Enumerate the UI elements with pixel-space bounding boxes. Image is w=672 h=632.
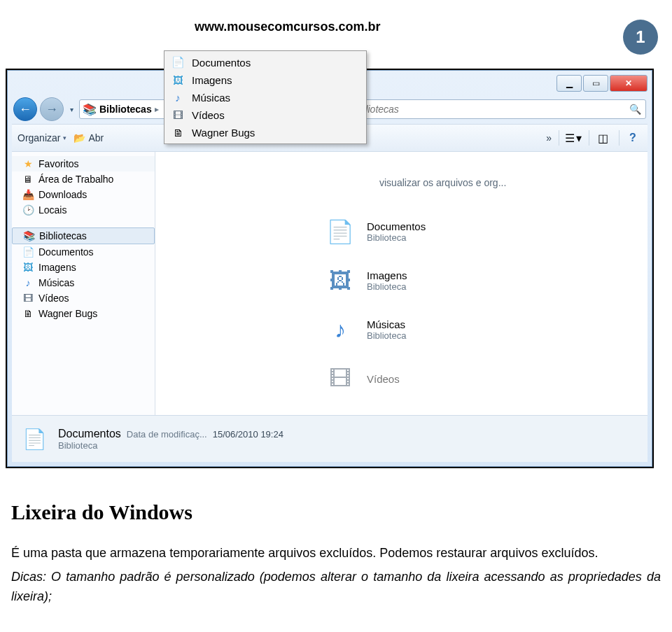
organize-button[interactable]: Organizar▾	[18, 132, 66, 143]
video-icon: 🎞	[22, 293, 34, 304]
main-content: visualizar os arquivos e org... 📄 Docume…	[155, 152, 648, 415]
sidebar-item-desktop[interactable]: 🖥 Área de Trabalho	[12, 171, 155, 187]
sidebar-libraries-header[interactable]: 📚 Bibliotecas	[12, 227, 155, 244]
details-item-type: Biblioteca	[58, 440, 284, 451]
details-modified-value: 15/06/2010 19:24	[213, 429, 284, 440]
sidebar-item-videos[interactable]: 🎞 Vídeos	[12, 290, 155, 306]
folder-hint-text: visualizar os arquivos e org...	[379, 177, 506, 188]
library-icon: 🗎	[171, 127, 185, 139]
dropdown-item-videos[interactable]: 🎞 Vídeos	[167, 106, 364, 124]
navigation-pane: ★ Favoritos 🖥 Área de Trabalho 📥 Downloa…	[12, 152, 155, 415]
sidebar-item-downloads[interactable]: 📥 Downloads	[12, 187, 155, 202]
close-button[interactable]: ✕	[610, 75, 648, 92]
document-icon: 📄	[322, 213, 358, 250]
library-item-images[interactable]: 🖼 Imagens Biblioteca	[322, 262, 642, 299]
dropdown-item-images[interactable]: 🖼 Imagens	[167, 71, 364, 89]
library-item-music[interactable]: ♪ Músicas Biblioteca	[322, 311, 642, 348]
music-icon: ♪	[171, 92, 185, 104]
libraries-icon: 📚	[22, 230, 35, 241]
article-paragraph-1: É uma pasta que armazena temporariamente…	[11, 544, 661, 563]
library-icon: 🗎	[22, 308, 34, 319]
sidebar-item-music[interactable]: ♪ Músicas	[12, 275, 155, 290]
sidebar-item-documents[interactable]: 📄 Documentos	[12, 244, 155, 260]
recent-icon: 🕑	[22, 204, 34, 216]
downloads-icon: 📥	[22, 189, 34, 200]
star-icon: ★	[22, 158, 34, 169]
chevron-down-icon: ▾	[63, 134, 66, 141]
article-heading: Lixeira do Windows	[11, 500, 661, 524]
details-modified-label: Data de modificaç...	[127, 429, 207, 440]
sidebar-favorites-header[interactable]: ★ Favoritos	[12, 156, 155, 171]
dropdown-item-wagner-bugs[interactable]: 🗎 Wagner Bugs	[167, 124, 364, 141]
search-icon: 🔍	[629, 104, 641, 115]
video-icon: 🎞	[171, 109, 185, 121]
view-mode-button[interactable]: ☰▾	[559, 130, 582, 146]
preview-pane-icon: ◫	[598, 132, 608, 145]
details-item-name: Documentos	[58, 428, 121, 440]
library-item-documents[interactable]: 📄 Documentos Biblioteca	[322, 213, 642, 250]
sidebar-item-wagner-bugs[interactable]: 🗎 Wagner Bugs	[12, 306, 155, 321]
chevron-right-icon[interactable]: ▸	[155, 104, 159, 114]
breadcrumb-dropdown-menu: 📄 Documentos 🖼 Imagens ♪ Músicas 🎞 Vídeo…	[164, 50, 367, 144]
article-paragraph-tips: Dicas: O tamanho padrão é personalizado …	[11, 568, 661, 607]
nav-forward-button[interactable]: →	[40, 97, 64, 121]
document-icon: 📄	[171, 56, 185, 69]
picture-icon: 🖼	[322, 262, 358, 299]
help-button[interactable]: ?	[619, 130, 642, 146]
help-icon: ?	[629, 132, 636, 144]
music-icon: ♪	[22, 277, 34, 288]
document-icon: 📄	[19, 423, 50, 454]
open-button[interactable]: 📂 Abr	[74, 132, 104, 143]
dropdown-item-music[interactable]: ♪ Músicas	[167, 89, 364, 106]
libraries-icon: 📚	[83, 103, 97, 116]
page-number-badge: 1	[623, 20, 658, 55]
picture-icon: 🖼	[171, 74, 185, 86]
nav-back-button[interactable]: ←	[13, 97, 37, 121]
doc-url: www.mousecomcursos.com.br	[195, 20, 380, 34]
minimize-button[interactable]: ▁	[556, 75, 582, 92]
document-icon: 📄	[22, 246, 34, 258]
breadcrumb-label[interactable]: Bibliotecas	[99, 104, 152, 115]
explorer-screenshot: ▁ ▭ ✕ ← → ▾ 📚 Bibliotecas ▸ ▾ ↻	[6, 69, 654, 468]
details-pane: 📄 Documentos Data de modificaç... 15/06/…	[12, 415, 648, 462]
sidebar-item-recent[interactable]: 🕑 Locais	[12, 202, 155, 218]
video-icon: 🎞	[322, 360, 358, 397]
music-icon: ♪	[322, 311, 358, 348]
sidebar-item-images[interactable]: 🖼 Imagens	[12, 260, 155, 275]
folder-icon: 📂	[74, 132, 85, 143]
picture-icon: 🖼	[22, 262, 34, 273]
desktop-icon: 🖥	[22, 174, 34, 185]
overflow-chevron[interactable]: »	[546, 132, 552, 143]
maximize-button[interactable]: ▭	[583, 75, 608, 92]
nav-history-dropdown[interactable]: ▾	[66, 104, 76, 114]
library-item-videos[interactable]: 🎞 Vídeos	[322, 360, 642, 397]
dropdown-item-documents[interactable]: 📄 Documentos	[167, 53, 364, 71]
view-icon: ☰	[564, 130, 576, 146]
preview-pane-button[interactable]: ◫	[589, 130, 612, 146]
